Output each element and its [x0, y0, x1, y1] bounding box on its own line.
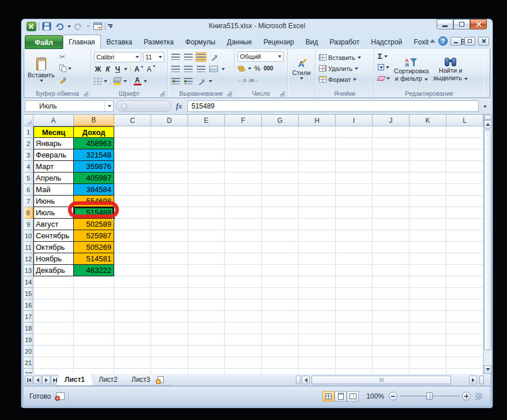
cell-L2[interactable] [446, 138, 483, 149]
cell-E16[interactable] [188, 299, 225, 311]
cell-H3[interactable] [299, 149, 336, 161]
cell-A4[interactable]: Март [33, 161, 74, 172]
row-header-16[interactable]: 16 [24, 299, 33, 311]
cell-L10[interactable] [446, 230, 483, 242]
cell-D11[interactable] [151, 242, 188, 253]
cell-D17[interactable] [151, 311, 188, 322]
cell-I14[interactable] [336, 276, 373, 288]
cell-E20[interactable] [188, 346, 225, 357]
fill-handle[interactable] [112, 217, 115, 220]
cell-I15[interactable] [336, 288, 373, 299]
cell-H2[interactable] [299, 138, 336, 149]
vertical-scroll-thumb[interactable] [484, 130, 491, 350]
cell-H5[interactable] [299, 172, 336, 184]
cell-H10[interactable] [299, 230, 336, 242]
column-header-J[interactable]: J [373, 115, 410, 126]
cell-D3[interactable] [151, 149, 188, 161]
cell-L16[interactable] [446, 299, 483, 311]
cell-J19[interactable] [373, 334, 410, 346]
cell-H11[interactable] [299, 242, 336, 253]
cell-K5[interactable] [410, 172, 446, 184]
align-top-button[interactable] [170, 52, 181, 62]
cell-G4[interactable] [262, 161, 299, 172]
cell-A18[interactable] [33, 322, 74, 334]
cell-H17[interactable] [299, 311, 336, 322]
cell-H8[interactable] [299, 207, 336, 219]
cell-J15[interactable] [373, 288, 410, 299]
column-header-B[interactable]: B [74, 115, 114, 126]
cell-J3[interactable] [373, 149, 410, 161]
cell-G16[interactable] [262, 299, 299, 311]
cell-B3[interactable]: 321548 [74, 149, 114, 161]
cell-C20[interactable] [114, 346, 151, 357]
cell-G8[interactable] [262, 207, 299, 219]
cell-H21[interactable] [299, 357, 336, 369]
cell-B22[interactable] [74, 369, 114, 374]
close-button[interactable] [470, 19, 487, 29]
cell-B14[interactable] [74, 276, 114, 288]
cell-E17[interactable] [188, 311, 225, 322]
cell-D15[interactable] [151, 288, 188, 299]
cell-I5[interactable] [336, 172, 373, 184]
clear-button[interactable] [377, 73, 391, 83]
cell-J12[interactable] [373, 253, 410, 265]
cell-J16[interactable] [373, 299, 410, 311]
ribbon-tab-Данные[interactable]: Данные [221, 35, 257, 49]
cell-A9[interactable]: Август [33, 219, 74, 230]
cell-J5[interactable] [373, 172, 410, 184]
cell-L4[interactable] [446, 161, 483, 172]
cell-A8[interactable]: Июль [33, 207, 74, 219]
cell-J2[interactable] [373, 138, 410, 149]
cell-A21[interactable] [33, 357, 74, 369]
cell-A11[interactable]: Октябрь [33, 242, 74, 253]
cell-L13[interactable] [446, 265, 483, 276]
name-box-dropdown-icon[interactable] [104, 101, 113, 111]
cell-A3[interactable]: Февраль [33, 149, 74, 161]
cell-F2[interactable] [225, 138, 262, 149]
cell-K6[interactable] [410, 184, 446, 196]
percent-format-button[interactable]: % [253, 63, 261, 73]
cell-E13[interactable] [188, 265, 225, 276]
cell-J9[interactable] [373, 219, 410, 230]
cell-C3[interactable] [114, 149, 151, 161]
cell-K18[interactable] [410, 322, 446, 334]
column-header-L[interactable]: L [446, 115, 483, 126]
scroll-down-button[interactable] [484, 365, 491, 374]
cell-D19[interactable] [151, 334, 188, 346]
ribbon-tab-Надстрой[interactable]: Надстрой [365, 35, 408, 49]
cell-H7[interactable] [299, 196, 336, 207]
cell-D12[interactable] [151, 253, 188, 265]
cell-G1[interactable] [262, 126, 299, 138]
row-header-20[interactable]: 20 [24, 346, 33, 357]
cell-D7[interactable] [151, 196, 188, 207]
cell-G15[interactable] [262, 288, 299, 299]
cell-H6[interactable] [299, 184, 336, 196]
row-header-10[interactable]: 10 [24, 230, 33, 242]
cell-H12[interactable] [299, 253, 336, 265]
cell-B7[interactable]: 554698 [74, 196, 114, 207]
cell-A2[interactable]: Январь [33, 138, 74, 149]
alignment-dialog-launcher-icon[interactable] [227, 91, 232, 96]
resize-grip[interactable] [475, 393, 482, 400]
cell-J11[interactable] [373, 242, 410, 253]
cell-L12[interactable] [446, 253, 483, 265]
page-layout-view-button[interactable] [335, 391, 347, 402]
fill-button[interactable] [377, 62, 391, 72]
cell-J22[interactable] [373, 369, 410, 374]
cell-F20[interactable] [225, 346, 262, 357]
cell-G21[interactable] [262, 357, 299, 369]
cell-L17[interactable] [446, 311, 483, 322]
cell-E4[interactable] [188, 161, 225, 172]
cell-A19[interactable] [33, 334, 74, 346]
cell-E21[interactable] [188, 357, 225, 369]
row-header-7[interactable]: 7 [24, 196, 33, 207]
cell-D5[interactable] [151, 172, 188, 184]
cell-L9[interactable] [446, 219, 483, 230]
cell-C11[interactable] [114, 242, 151, 253]
cell-J10[interactable] [373, 230, 410, 242]
row-header-6[interactable]: 6 [24, 184, 33, 196]
increase-decimal-button[interactable]: ←,0 [238, 78, 246, 83]
cell-D14[interactable] [151, 276, 188, 288]
shrink-font-button[interactable]: А▼ [147, 64, 157, 74]
cell-C6[interactable] [114, 184, 151, 196]
